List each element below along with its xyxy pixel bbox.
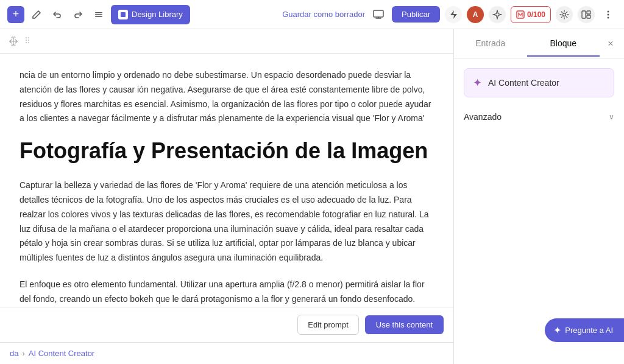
settings-button[interactable] bbox=[556, 6, 573, 23]
svg-point-5 bbox=[563, 13, 566, 16]
svg-rect-3 bbox=[374, 10, 383, 17]
redo-button[interactable] bbox=[69, 6, 87, 23]
breadcrumb-current: AI Content Creator bbox=[29, 349, 94, 358]
ai-content-creator-card[interactable]: ✦ AI Content Creator bbox=[464, 68, 614, 97]
save-draft-button[interactable]: Guardar como borrador bbox=[282, 10, 365, 19]
pregunte-label: Pregunte a AI bbox=[565, 326, 613, 335]
svg-point-14 bbox=[26, 40, 27, 41]
drag-handle[interactable] bbox=[24, 35, 30, 47]
undo-button[interactable] bbox=[49, 6, 66, 23]
ai-star-icon: ✦ bbox=[473, 76, 482, 89]
ai-score-text: 0/100 bbox=[527, 10, 545, 19]
svg-rect-1 bbox=[95, 14, 102, 15]
sparkle-button[interactable] bbox=[489, 6, 506, 23]
design-library-button[interactable]: Design Library bbox=[111, 5, 190, 24]
tab-bloque[interactable]: Bloque bbox=[527, 31, 600, 57]
add-button[interactable]: + bbox=[7, 6, 24, 23]
edit-prompt-button[interactable]: Edit prompt bbox=[297, 315, 358, 335]
svg-point-12 bbox=[26, 37, 27, 38]
editor-toolbar bbox=[0, 29, 453, 54]
svg-rect-4 bbox=[517, 11, 524, 18]
editor-content[interactable]: ncia de un entorno limpio y ordenado no … bbox=[0, 54, 453, 307]
svg-rect-0 bbox=[95, 12, 102, 13]
content-paragraph-2: El enfoque es otro elemento fundamental.… bbox=[20, 278, 434, 307]
pregunte-star-icon: ✦ bbox=[553, 324, 561, 336]
svg-point-15 bbox=[28, 40, 29, 41]
chevron-down-icon: ∨ bbox=[609, 113, 614, 121]
move-button[interactable] bbox=[5, 33, 22, 50]
desktop-icon-button[interactable] bbox=[370, 6, 387, 23]
toolbar-right: Guardar como borrador Publicar A 0/ bbox=[282, 6, 617, 23]
svg-point-11 bbox=[608, 16, 609, 18]
main-layout: ncia de un entorno limpio y ordenado no … bbox=[0, 29, 624, 364]
lightning-button[interactable] bbox=[445, 6, 462, 23]
pregunte-ai-button[interactable]: ✦ Pregunte a AI bbox=[545, 318, 624, 342]
svg-point-17 bbox=[28, 42, 29, 43]
content-paragraph-1: Capturar la belleza y variedad de las fl… bbox=[20, 178, 434, 265]
pencil-button[interactable] bbox=[28, 6, 45, 23]
panel-close-button[interactable]: × bbox=[600, 33, 622, 55]
svg-point-9 bbox=[608, 10, 609, 12]
breadcrumb: da › AI Content Creator bbox=[0, 342, 453, 364]
svg-rect-8 bbox=[587, 15, 590, 18]
editor-panel: ncia de un entorno limpio y ordenado no … bbox=[0, 29, 453, 364]
layout-button[interactable] bbox=[578, 6, 595, 23]
content-heading: Fotografía y Presentación de la Imagen bbox=[20, 138, 434, 164]
svg-rect-6 bbox=[582, 11, 586, 18]
right-panel-header: Entrada Bloque × bbox=[454, 29, 624, 58]
toolbar-left: + bbox=[7, 5, 190, 24]
menu-button[interactable] bbox=[90, 6, 107, 23]
right-panel: Entrada Bloque × ✦ AI Content Creator Av… bbox=[453, 29, 624, 364]
ai-card-label: AI Content Creator bbox=[488, 78, 559, 88]
ai-score-badge[interactable]: 0/100 bbox=[511, 6, 551, 23]
use-content-button[interactable]: Use this content bbox=[365, 315, 444, 334]
publish-button[interactable]: Publicar bbox=[392, 6, 440, 23]
more-options-button[interactable] bbox=[600, 6, 617, 23]
svg-rect-7 bbox=[587, 11, 590, 14]
advanced-section[interactable]: Avanzado ∨ bbox=[464, 107, 614, 127]
avatar: A bbox=[467, 6, 484, 23]
ai-score-icon bbox=[516, 10, 525, 19]
content-preview-text: ncia de un entorno limpio y ordenado no … bbox=[20, 68, 434, 123]
breadcrumb-separator: › bbox=[22, 349, 24, 358]
design-library-icon bbox=[118, 10, 128, 19]
advanced-label: Avanzado bbox=[464, 112, 502, 122]
editor-action-bar: Edit prompt Use this content bbox=[0, 307, 453, 342]
svg-point-13 bbox=[28, 37, 29, 38]
svg-rect-2 bbox=[95, 16, 102, 17]
breadcrumb-home[interactable]: da bbox=[10, 349, 18, 358]
tab-entrada[interactable]: Entrada bbox=[454, 31, 527, 57]
svg-point-10 bbox=[608, 13, 609, 15]
design-library-label: Design Library bbox=[132, 10, 183, 19]
main-toolbar: + bbox=[0, 0, 624, 29]
svg-point-16 bbox=[26, 42, 27, 43]
